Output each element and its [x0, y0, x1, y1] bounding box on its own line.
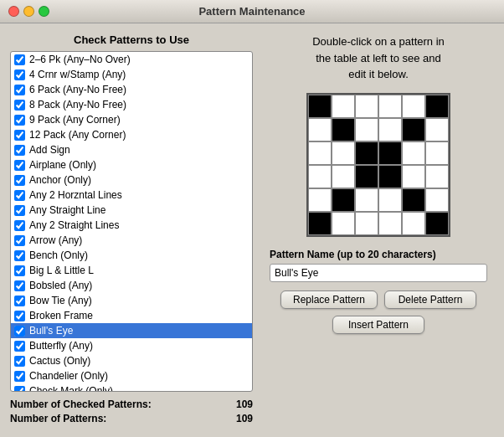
- insert-pattern-button[interactable]: Insert Pattern: [332, 316, 424, 334]
- item-checkbox[interactable]: [14, 145, 25, 156]
- list-item[interactable]: 9 Pack (Any Corner): [11, 112, 252, 127]
- list-item[interactable]: Cactus (Only): [11, 353, 252, 368]
- pattern-grid[interactable]: [308, 95, 449, 235]
- item-label: Add Sign: [29, 144, 70, 156]
- item-checkbox[interactable]: [14, 54, 25, 65]
- list-item[interactable]: 12 Pack (Any Corner): [11, 127, 252, 142]
- grid-cell[interactable]: [402, 188, 425, 212]
- list-item[interactable]: Arrow (Any): [11, 233, 252, 248]
- list-item[interactable]: Check Mark (Only): [11, 383, 252, 391]
- list-item[interactable]: Add Sign: [11, 142, 252, 157]
- item-checkbox[interactable]: [14, 311, 25, 321]
- close-button[interactable]: [8, 6, 19, 17]
- list-item[interactable]: Bench (Only): [11, 248, 252, 263]
- list-item[interactable]: Broken Frame: [11, 308, 252, 323]
- grid-cell[interactable]: [355, 165, 378, 188]
- grid-cell[interactable]: [355, 95, 378, 118]
- grid-cell[interactable]: [402, 118, 425, 141]
- checked-count-row: Number of Checked Patterns: 109: [10, 398, 253, 410]
- grid-cell[interactable]: [378, 212, 402, 235]
- grid-cell[interactable]: [425, 188, 449, 212]
- list-item[interactable]: Chandelier (Only): [11, 368, 252, 383]
- item-checkbox[interactable]: [14, 250, 25, 261]
- grid-cell[interactable]: [308, 141, 332, 165]
- grid-cell[interactable]: [402, 212, 425, 235]
- item-checkbox[interactable]: [14, 69, 25, 80]
- grid-cell[interactable]: [402, 95, 425, 118]
- item-checkbox[interactable]: [14, 190, 25, 201]
- grid-cell[interactable]: [355, 118, 378, 141]
- grid-cell[interactable]: [308, 95, 332, 118]
- grid-cell[interactable]: [402, 141, 425, 165]
- item-label: Bull's Eye: [29, 325, 73, 337]
- grid-cell[interactable]: [378, 95, 402, 118]
- item-checkbox[interactable]: [14, 386, 25, 392]
- grid-cell[interactable]: [355, 188, 378, 212]
- list-item[interactable]: Butterfly (Any): [11, 338, 252, 353]
- grid-cell[interactable]: [378, 165, 402, 188]
- window-controls[interactable]: [8, 6, 49, 17]
- pattern-name-input[interactable]: [270, 264, 487, 282]
- item-checkbox[interactable]: [14, 115, 25, 126]
- replace-pattern-button[interactable]: Replace Pattern: [280, 290, 378, 309]
- grid-cell[interactable]: [308, 118, 332, 141]
- item-checkbox[interactable]: [14, 280, 25, 291]
- grid-cell[interactable]: [425, 118, 449, 141]
- list-item[interactable]: Big L & Little L: [11, 263, 252, 278]
- grid-cell[interactable]: [425, 165, 449, 188]
- grid-cell[interactable]: [308, 212, 332, 235]
- list-item[interactable]: Anchor (Only): [11, 172, 252, 188]
- grid-cell[interactable]: [308, 165, 332, 188]
- list-item[interactable]: Bow Tie (Any): [11, 293, 252, 308]
- list-item[interactable]: 8 Pack (Any-No Free): [11, 97, 252, 112]
- item-checkbox[interactable]: [14, 205, 25, 216]
- grid-cell[interactable]: [332, 165, 355, 188]
- list-item[interactable]: 2–6 Pk (Any–No Over): [11, 52, 252, 67]
- list-item[interactable]: 6 Pack (Any-No Free): [11, 82, 252, 97]
- list-item[interactable]: Any 2 Horzntal Lines: [11, 188, 252, 203]
- grid-cell[interactable]: [332, 188, 355, 212]
- grid-cell[interactable]: [355, 212, 378, 235]
- grid-cell[interactable]: [378, 118, 402, 141]
- item-checkbox[interactable]: [14, 85, 25, 95]
- grid-cell[interactable]: [332, 141, 355, 165]
- item-checkbox[interactable]: [14, 265, 25, 276]
- grid-cell[interactable]: [332, 212, 355, 235]
- list-item[interactable]: 4 Crnr w/Stamp (Any): [11, 67, 252, 82]
- grid-cell[interactable]: [425, 95, 449, 118]
- item-checkbox[interactable]: [14, 130, 25, 141]
- list-item[interactable]: Airplane (Only): [11, 157, 252, 172]
- delete-pattern-button[interactable]: Delete Pattern: [384, 290, 476, 309]
- grid-cell[interactable]: [378, 141, 402, 165]
- item-checkbox[interactable]: [14, 356, 25, 367]
- grid-cell[interactable]: [308, 188, 332, 212]
- item-checkbox[interactable]: [14, 235, 25, 246]
- minimize-button[interactable]: [23, 6, 34, 17]
- pattern-grid-container[interactable]: [306, 93, 450, 237]
- pattern-list-scroll[interactable]: 2–6 Pk (Any–No Over)4 Crnr w/Stamp (Any)…: [11, 52, 252, 391]
- right-panel: Double-click on a pattern inthe table at…: [263, 33, 494, 427]
- grid-cell[interactable]: [425, 212, 449, 235]
- list-item[interactable]: Any 2 Straight Lines: [11, 218, 252, 233]
- item-checkbox[interactable]: [14, 371, 25, 382]
- item-label: Anchor (Only): [29, 174, 91, 186]
- item-checkbox[interactable]: [14, 100, 25, 111]
- list-item[interactable]: Bobsled (Any): [11, 278, 252, 293]
- grid-cell[interactable]: [355, 141, 378, 165]
- main-content: Check Patterns to Use 2–6 Pk (Any–No Ove…: [0, 23, 504, 437]
- list-item[interactable]: Bull's Eye: [11, 323, 252, 338]
- grid-cell[interactable]: [425, 141, 449, 165]
- item-checkbox[interactable]: [14, 175, 25, 186]
- item-checkbox[interactable]: [14, 160, 25, 171]
- item-checkbox[interactable]: [14, 326, 25, 337]
- grid-cell[interactable]: [378, 188, 402, 212]
- maximize-button[interactable]: [39, 6, 49, 17]
- grid-cell[interactable]: [332, 95, 355, 118]
- item-checkbox[interactable]: [14, 341, 25, 352]
- pattern-list-container: 2–6 Pk (Any–No Over)4 Crnr w/Stamp (Any)…: [10, 51, 253, 392]
- list-item[interactable]: Any Straight Line: [11, 203, 252, 218]
- item-checkbox[interactable]: [14, 220, 25, 231]
- grid-cell[interactable]: [402, 165, 425, 188]
- item-checkbox[interactable]: [14, 296, 25, 306]
- grid-cell[interactable]: [332, 118, 355, 141]
